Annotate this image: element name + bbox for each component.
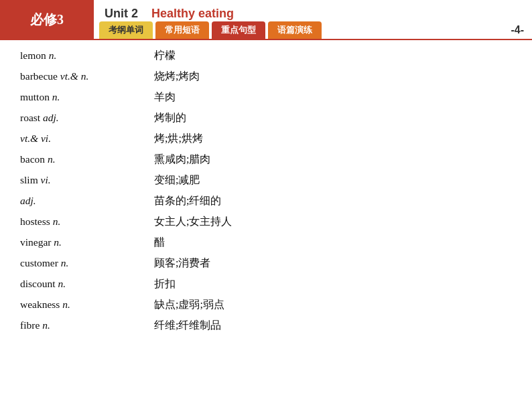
vocab-pos: n. xyxy=(42,319,50,331)
vocab-zh: 折扣 xyxy=(154,277,176,291)
vocab-word: weakness xyxy=(20,299,62,310)
tabs-row: 考纲单词 常用短语 重点句型 语篇演练 -4- xyxy=(94,21,532,39)
vocab-pos: adj. xyxy=(43,112,59,123)
vocab-word: vinegar xyxy=(20,236,54,248)
vocab-zh: 烤制的 xyxy=(154,111,186,125)
vocab-zh: 柠檬 xyxy=(154,49,176,63)
header: 必修3 Unit 2 Healthy eating 考纲单词 常用短语 重点句型… xyxy=(0,0,532,40)
vocab-zh: 苗条的;纤细的 xyxy=(154,194,221,208)
vocab-zh: 熏咸肉;腊肉 xyxy=(154,153,210,167)
vocab-word: mutton xyxy=(20,91,52,102)
vocab-word: lemon xyxy=(20,50,49,61)
vocab-en: customer n. xyxy=(20,257,154,269)
vocab-row: bacon n.熏咸肉;腊肉 xyxy=(20,149,512,170)
vocab-pos: vt.& vi. xyxy=(20,133,51,144)
vocab-en: vt.& vi. xyxy=(20,133,154,145)
vocab-pos: n. xyxy=(52,91,60,102)
vocab-pos: n. xyxy=(48,153,56,165)
vocab-zh: 烤;烘;烘烤 xyxy=(154,132,203,146)
vocab-zh: 纤维;纤维制品 xyxy=(154,319,221,333)
vocab-word: barbecue xyxy=(20,70,60,82)
vocab-zh: 缺点;虚弱;弱点 xyxy=(154,298,224,312)
vocab-word: hostess xyxy=(20,216,53,227)
vocab-word: discount xyxy=(20,278,58,289)
vocab-en: roast adj. xyxy=(20,112,154,124)
vocab-zh: 女主人;女主持人 xyxy=(154,215,232,229)
vocab-en: adj. xyxy=(20,195,154,207)
vocab-word: roast xyxy=(20,112,43,123)
vocab-row: adj.苗条的;纤细的 xyxy=(20,191,512,212)
vocab-pos: n. xyxy=(53,216,61,227)
book-label: 必修3 xyxy=(0,0,94,39)
tabs: 考纲单词 常用短语 重点句型 语篇演练 xyxy=(94,21,327,39)
vocab-row: vinegar n.醋 xyxy=(20,232,512,253)
vocab-row: barbecue vt.& n.烧烤;烤肉 xyxy=(20,66,512,87)
vocab-en: discount n. xyxy=(20,278,154,290)
vocab-pos: adj. xyxy=(20,195,36,206)
vocab-word: bacon xyxy=(20,153,48,165)
vocab-row: discount n.折扣 xyxy=(20,274,512,295)
page-number: -4- xyxy=(503,21,532,39)
vocab-en: weakness n. xyxy=(20,299,154,311)
vocab-row: slim vi.变细;减肥 xyxy=(20,170,512,191)
vocab-word: fibre xyxy=(20,319,42,331)
vocab-row: fibre n.纤维;纤维制品 xyxy=(20,315,512,336)
vocab-row: hostess n.女主人;女主持人 xyxy=(20,212,512,232)
app-container: 必修3 Unit 2 Healthy eating 考纲单词 常用短语 重点句型… xyxy=(0,0,532,341)
vocab-row: vt.& vi.烤;烘;烘烤 xyxy=(20,129,512,149)
vocab-pos: vi. xyxy=(41,174,51,185)
tab-yupian[interactable]: 语篇演练 xyxy=(268,21,322,39)
vocab-zh: 羊肉 xyxy=(154,90,176,104)
vocab-en: slim vi. xyxy=(20,174,154,186)
vocab-zh: 变细;减肥 xyxy=(154,173,200,187)
vocab-pos: vt.& n. xyxy=(60,70,89,82)
tab-zhongdian[interactable]: 重点句型 xyxy=(212,21,265,39)
vocab-pos: n. xyxy=(58,278,66,289)
vocab-en: bacon n. xyxy=(20,153,154,165)
vocab-pos: n. xyxy=(49,50,57,61)
vocab-en: barbecue vt.& n. xyxy=(20,70,154,82)
vocab-en: hostess n. xyxy=(20,216,154,228)
vocab-content: lemon n.柠檬barbecue vt.& n.烧烤;烤肉mutton n.… xyxy=(0,40,532,341)
unit-title: Unit 2 Healthy eating xyxy=(94,3,532,21)
vocab-row: lemon n.柠檬 xyxy=(20,46,512,66)
vocab-row: weakness n.缺点;虚弱;弱点 xyxy=(20,295,512,315)
vocab-word: customer xyxy=(20,257,61,268)
vocab-en: vinegar n. xyxy=(20,236,154,248)
vocab-zh: 烧烤;烤肉 xyxy=(154,70,200,84)
vocab-pos: n. xyxy=(54,236,62,248)
unit-number: Unit 2 xyxy=(105,7,138,20)
vocab-pos: n. xyxy=(62,299,70,310)
vocab-row: roast adj.烤制的 xyxy=(20,108,512,129)
vocab-zh: 醋 xyxy=(154,236,165,250)
vocab-pos: n. xyxy=(61,257,69,268)
vocab-en: fibre n. xyxy=(20,319,154,331)
vocab-word: slim xyxy=(20,174,41,185)
header-right: Unit 2 Healthy eating 考纲单词 常用短语 重点句型 语篇演… xyxy=(94,0,532,39)
vocab-en: mutton n. xyxy=(20,91,154,103)
vocab-row: mutton n.羊肉 xyxy=(20,87,512,108)
unit-title-text: Healthy eating xyxy=(151,7,234,20)
tab-changyong[interactable]: 常用短语 xyxy=(155,21,209,39)
vocab-zh: 顾客;消费者 xyxy=(154,256,210,270)
vocab-row: customer n.顾客;消费者 xyxy=(20,253,512,274)
vocab-en: lemon n. xyxy=(20,50,154,62)
tab-kagang[interactable]: 考纲单词 xyxy=(99,21,153,39)
